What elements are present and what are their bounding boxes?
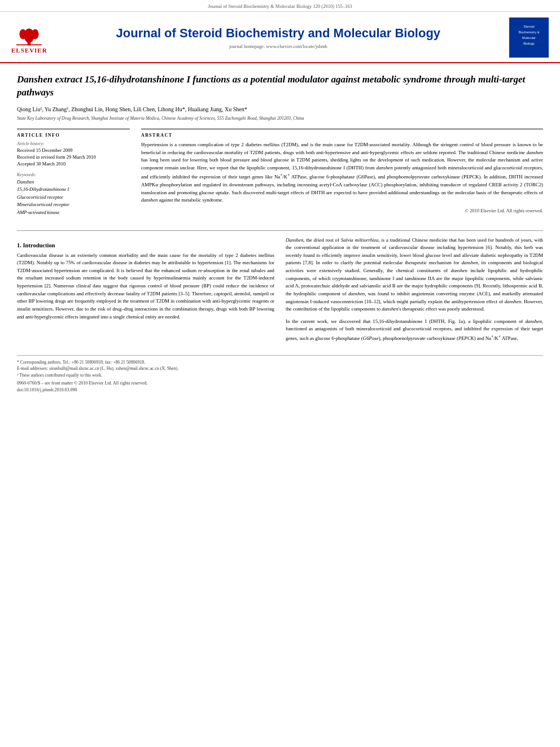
keyword-5: AMP-activated kinase	[17, 209, 130, 217]
keyword-1: Danshen	[17, 178, 130, 186]
article-info-abstract-cols: ARTICLE INFO Article history: Received 1…	[17, 129, 543, 221]
journal-title: Journal of Steroid Biochemistry and Mole…	[54, 26, 502, 41]
revised-date: Received in revised form 29 March 2010	[17, 154, 130, 161]
history-label: Article history:	[17, 141, 130, 146]
body-right-col: Danshen, the dried root of Salvia miltio…	[286, 237, 543, 347]
main-content: Danshen extract 15,16-dihydrotanshinone …	[0, 63, 560, 404]
elsevier-logo-block: ELSEVIER	[11, 21, 47, 54]
issn-line: 0960-0760/$ – see front matter © 2010 El…	[17, 381, 543, 386]
corresponding-note: * Corresponding authors. Tel.: +86 21 50…	[17, 359, 543, 366]
equal-contribution-note: ¹ These authors contributed equally to t…	[17, 372, 543, 379]
doi-line: doi:10.1016/j.jsbmb.2010.03.090	[17, 387, 543, 392]
affiliation: State Key Laboratory of Drug Research, S…	[17, 116, 543, 121]
abstract-text: Hypertension is a common complication of…	[141, 141, 543, 204]
svg-point-2	[20, 29, 27, 40]
footer-section: * Corresponding authors. Tel.: +86 21 50…	[17, 355, 543, 392]
journal-header: ELSEVIER Journal of Steroid Biochemistry…	[0, 12, 560, 63]
article-title: Danshen extract 15,16-dihydrotanshinone …	[17, 73, 543, 99]
intro-para3: In the current work, we discovered that …	[286, 318, 543, 343]
abstract-label: ABSTRACT	[141, 133, 543, 138]
svg-text:Biochemistry &: Biochemistry &	[519, 30, 540, 34]
accepted-date: Accepted 30 March 2010	[17, 161, 130, 168]
authors-line: Qiong Liu¹, Yu Zhang¹, Zhonghui Lin, Hon…	[17, 105, 543, 113]
history-group: Article history: Received 15 December 20…	[17, 141, 130, 168]
article-info-col: ARTICLE INFO Article history: Received 1…	[17, 129, 130, 221]
keyword-list: Danshen 15,16-Dihydrotanshinone I Glucoc…	[17, 178, 130, 217]
corner-logo-icon: Steroid Biochemistry & Molecular Biology	[512, 20, 546, 54]
article-info-label: ARTICLE INFO	[17, 133, 130, 138]
journal-citation-bar: Journal of Steroid Biochemistry & Molecu…	[0, 0, 560, 12]
intro-para2: Danshen, the dried root of Salvia miltio…	[286, 237, 543, 313]
body-left-col: 1. Introduction Cardiovascular disease i…	[17, 237, 274, 347]
svg-text:Biology: Biology	[523, 42, 535, 45]
journal-citation: Journal of Steroid Biochemistry & Molecu…	[208, 3, 352, 9]
keywords-label: Keywords:	[17, 172, 130, 177]
intro-para1: Cardiovascular disease is an extremely c…	[17, 252, 274, 321]
elsevier-name: ELSEVIER	[11, 47, 47, 54]
body-cols: 1. Introduction Cardiovascular disease i…	[17, 237, 543, 347]
keyword-4: Mineralocorticoid receptor	[17, 201, 130, 209]
svg-text:Steroid: Steroid	[523, 25, 534, 28]
body-divider	[17, 230, 543, 231]
elsevier-tree-icon	[14, 21, 45, 47]
email-note: E-mail addresses: sirunhulh@mail.shcnc.a…	[17, 365, 543, 372]
page-wrapper: Journal of Steroid Biochemistry & Molecu…	[0, 0, 560, 747]
intro-heading: 1. Introduction	[17, 242, 274, 248]
copyright-line: © 2010 Elsevier Ltd. All rights reserved…	[141, 208, 543, 213]
journal-homepage: journal homepage: www.elsevier.com/locat…	[54, 43, 502, 49]
journal-title-block: Journal of Steroid Biochemistry and Mole…	[54, 26, 502, 49]
svg-point-3	[32, 29, 39, 40]
keyword-2: 15,16-Dihydrotanshinone I	[17, 186, 130, 194]
received-date: Received 15 December 2009	[17, 147, 130, 154]
svg-rect-4	[16, 45, 42, 46]
corner-logo: Steroid Biochemistry & Molecular Biology	[509, 18, 549, 58]
svg-text:Molecular: Molecular	[522, 36, 536, 40]
keyword-3: Glucocorticoid receptor	[17, 194, 130, 202]
abstract-col: ABSTRACT Hypertension is a common compli…	[141, 129, 543, 221]
keywords-group: Keywords: Danshen 15,16-Dihydrotanshinon…	[17, 172, 130, 217]
